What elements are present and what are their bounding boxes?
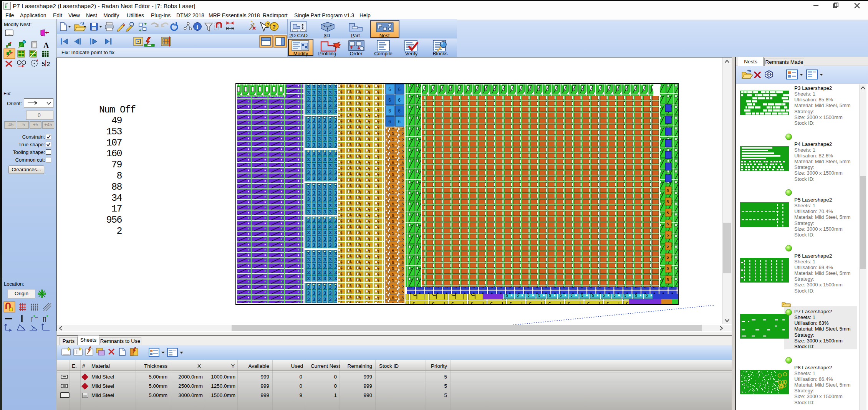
- svg-text:5: 5: [666, 255, 669, 260]
- svg-text:5: 5: [666, 211, 669, 215]
- svg-text:5: 5: [666, 266, 669, 271]
- svg-text:5: 5: [666, 222, 669, 226]
- svg-text:5: 5: [41, 61, 45, 68]
- svg-text:6: 6: [398, 87, 401, 93]
- svg-text:5: 5: [666, 200, 669, 204]
- svg-text:6: 6: [398, 98, 401, 103]
- svg-text:5: 5: [666, 233, 669, 238]
- svg-text:5: 5: [666, 188, 669, 193]
- svg-text:?: ?: [272, 23, 276, 30]
- svg-text:?: ?: [267, 22, 269, 27]
- svg-text:6: 6: [398, 119, 401, 125]
- svg-text:6: 6: [388, 98, 391, 103]
- svg-text:5: 5: [666, 278, 669, 282]
- svg-text:i: i: [197, 24, 198, 30]
- svg-text:6: 6: [398, 109, 401, 114]
- svg-text:2: 2: [46, 61, 50, 68]
- svg-text:6: 6: [388, 119, 391, 125]
- svg-text:6: 6: [388, 87, 391, 93]
- svg-text:A: A: [43, 41, 49, 50]
- svg-text:5: 5: [666, 244, 669, 249]
- svg-text:6: 6: [388, 109, 391, 114]
